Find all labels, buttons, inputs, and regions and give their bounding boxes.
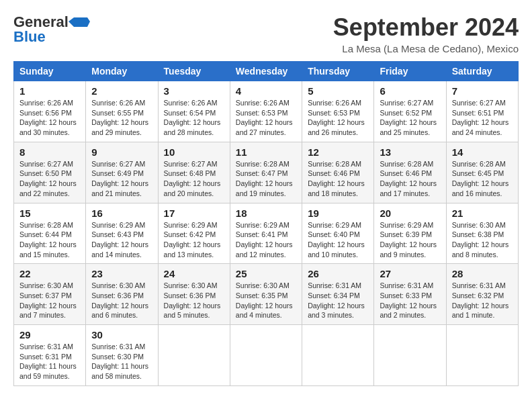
list-item: 24 Sunrise: 6:30 AMSunset: 6:36 PMDaylig… xyxy=(158,264,230,325)
page-header: General Blue September 2024 La Mesa (La … xyxy=(13,13,519,54)
list-item: 30 Sunrise: 6:31 AMSunset: 6:30 PMDaylig… xyxy=(86,325,158,386)
list-item: 22 Sunrise: 6:30 AMSunset: 6:37 PMDaylig… xyxy=(14,264,86,325)
table-row: 1 Sunrise: 6:26 AMSunset: 6:56 PMDayligh… xyxy=(14,81,519,142)
col-thursday: Thursday xyxy=(302,62,374,81)
list-item: 11 Sunrise: 6:28 AMSunset: 6:47 PMDaylig… xyxy=(230,142,302,203)
list-item: 3 Sunrise: 6:26 AMSunset: 6:54 PMDayligh… xyxy=(158,81,230,142)
list-item: 20 Sunrise: 6:29 AMSunset: 6:39 PMDaylig… xyxy=(374,203,446,264)
col-tuesday: Tuesday xyxy=(158,62,230,81)
list-item: 12 Sunrise: 6:28 AMSunset: 6:46 PMDaylig… xyxy=(302,142,374,203)
empty-cell xyxy=(374,325,446,386)
empty-cell xyxy=(158,325,230,386)
list-item: 28 Sunrise: 6:31 AMSunset: 6:32 PMDaylig… xyxy=(446,264,518,325)
col-wednesday: Wednesday xyxy=(230,62,302,81)
list-item: 1 Sunrise: 6:26 AMSunset: 6:56 PMDayligh… xyxy=(14,81,86,142)
col-saturday: Saturday xyxy=(446,62,518,81)
list-item: 25 Sunrise: 6:30 AMSunset: 6:35 PMDaylig… xyxy=(230,264,302,325)
list-item: 10 Sunrise: 6:27 AMSunset: 6:48 PMDaylig… xyxy=(158,142,230,203)
list-item: 16 Sunrise: 6:29 AMSunset: 6:43 PMDaylig… xyxy=(86,203,158,264)
list-item: 9 Sunrise: 6:27 AMSunset: 6:49 PMDayligh… xyxy=(86,142,158,203)
table-row: 22 Sunrise: 6:30 AMSunset: 6:37 PMDaylig… xyxy=(14,264,519,325)
list-item: 23 Sunrise: 6:30 AMSunset: 6:36 PMDaylig… xyxy=(86,264,158,325)
list-item: 8 Sunrise: 6:27 AMSunset: 6:50 PMDayligh… xyxy=(14,142,86,203)
logo-blue-text: Blue xyxy=(13,28,46,46)
table-row: 29 Sunrise: 6:31 AMSunset: 6:31 PMDaylig… xyxy=(14,325,519,386)
list-item: 7 Sunrise: 6:27 AMSunset: 6:51 PMDayligh… xyxy=(446,81,518,142)
table-row: 8 Sunrise: 6:27 AMSunset: 6:50 PMDayligh… xyxy=(14,142,519,203)
list-item: 6 Sunrise: 6:27 AMSunset: 6:52 PMDayligh… xyxy=(374,81,446,142)
col-friday: Friday xyxy=(374,62,446,81)
col-monday: Monday xyxy=(86,62,158,81)
list-item: 4 Sunrise: 6:26 AMSunset: 6:53 PMDayligh… xyxy=(230,81,302,142)
logo: General Blue xyxy=(13,13,90,46)
list-item: 13 Sunrise: 6:28 AMSunset: 6:46 PMDaylig… xyxy=(374,142,446,203)
list-item: 2 Sunrise: 6:26 AMSunset: 6:55 PMDayligh… xyxy=(86,81,158,142)
table-row: 15 Sunrise: 6:28 AMSunset: 6:44 PMDaylig… xyxy=(14,203,519,264)
empty-cell xyxy=(230,325,302,386)
logo-icon xyxy=(69,15,90,30)
title-area: September 2024 La Mesa (La Mesa de Cedan… xyxy=(333,13,519,54)
list-item: 14 Sunrise: 6:28 AMSunset: 6:45 PMDaylig… xyxy=(446,142,518,203)
list-item: 21 Sunrise: 6:30 AMSunset: 6:38 PMDaylig… xyxy=(446,203,518,264)
list-item: 17 Sunrise: 6:29 AMSunset: 6:42 PMDaylig… xyxy=(158,203,230,264)
list-item: 5 Sunrise: 6:26 AMSunset: 6:53 PMDayligh… xyxy=(302,81,374,142)
svg-marker-0 xyxy=(74,17,90,27)
svg-marker-1 xyxy=(69,17,74,27)
list-item: 15 Sunrise: 6:28 AMSunset: 6:44 PMDaylig… xyxy=(14,203,86,264)
empty-cell xyxy=(446,325,518,386)
col-sunday: Sunday xyxy=(14,62,86,81)
empty-cell xyxy=(302,325,374,386)
location-title: La Mesa (La Mesa de Cedano), Mexico xyxy=(333,43,519,54)
calendar-header-row: Sunday Monday Tuesday Wednesday Thursday… xyxy=(14,62,519,81)
list-item: 18 Sunrise: 6:29 AMSunset: 6:41 PMDaylig… xyxy=(230,203,302,264)
calendar-table: Sunday Monday Tuesday Wednesday Thursday… xyxy=(13,61,519,386)
list-item: 19 Sunrise: 6:29 AMSunset: 6:40 PMDaylig… xyxy=(302,203,374,264)
list-item: 26 Sunrise: 6:31 AMSunset: 6:34 PMDaylig… xyxy=(302,264,374,325)
list-item: 29 Sunrise: 6:31 AMSunset: 6:31 PMDaylig… xyxy=(14,325,86,386)
list-item: 27 Sunrise: 6:31 AMSunset: 6:33 PMDaylig… xyxy=(374,264,446,325)
month-title: September 2024 xyxy=(333,13,519,42)
